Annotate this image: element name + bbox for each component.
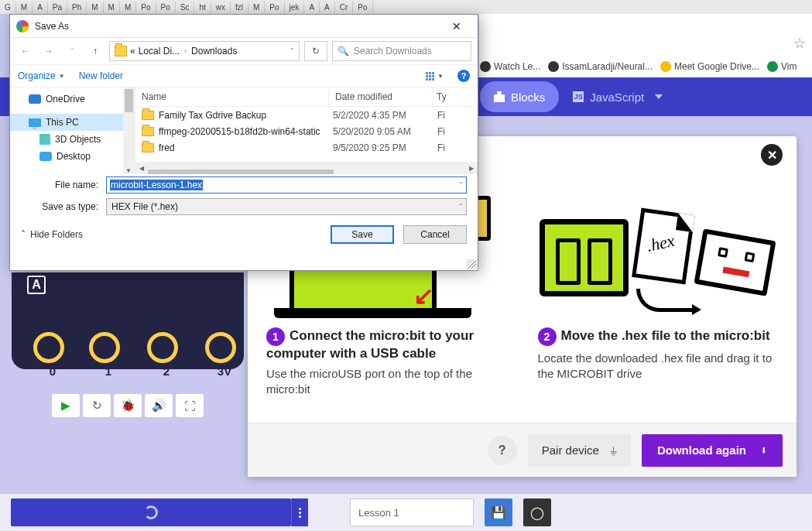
browser-tab[interactable]: M [248, 2, 265, 13]
download-icon: ⬇ [760, 444, 767, 457]
cancel-button[interactable]: Cancel [403, 225, 467, 244]
file-row[interactable]: ffmpeg-20200515-b18fd2b-win64-static 5/2… [135, 123, 478, 139]
browser-tab[interactable]: G [0, 2, 16, 13]
download-button-loading[interactable] [11, 498, 291, 526]
browser-tab[interactable]: Po [265, 2, 284, 13]
view-mode-button[interactable]: ▼ [426, 72, 444, 81]
pin-0[interactable]: 0 [33, 332, 64, 363]
download-menu-button[interactable] [291, 498, 308, 526]
browser-tab[interactable]: Cr [335, 2, 354, 13]
search-input[interactable]: 🔍 Search Downloads [332, 41, 471, 61]
nav-recent-button[interactable]: ˅ [63, 42, 81, 60]
tree-item-3d-objects[interactable]: 3D Objects [10, 131, 135, 148]
chevron-down-icon[interactable]: ˅ [290, 47, 294, 55]
save-as-dialog: Save As ✕ ← → ˅ ↑ « Local Di... › Downlo… [9, 14, 478, 271]
pair-device-button[interactable]: Pair device ⏚ [528, 434, 631, 467]
chevron-right-icon[interactable]: › [184, 47, 187, 55]
browser-tab[interactable]: fzl [231, 2, 248, 13]
help-button[interactable]: ? [488, 436, 517, 465]
savetype-select[interactable]: HEX File (*.hex) ˅ [106, 198, 467, 215]
step-1-title: 1Connect the micro:bit to your computer … [266, 327, 507, 361]
column-type[interactable]: Ty [433, 87, 457, 106]
bookmark-item[interactable]: Meet Google Drive... [660, 61, 759, 72]
simulator-controls: ▶ ↻ 🐞 🔊 ⛶ [12, 394, 244, 417]
scrollbar-thumb[interactable] [125, 89, 133, 112]
download-again-button[interactable]: Download again ⬇ [642, 434, 783, 467]
browser-tab[interactable]: A [320, 2, 335, 13]
breadcrumb-segment[interactable]: Local Di... [139, 46, 180, 57]
scrollbar-thumb[interactable] [148, 170, 334, 174]
chevron-down-icon[interactable]: ˅ [459, 203, 463, 211]
browser-tab[interactable]: Po [353, 2, 372, 13]
github-button[interactable]: ◯ [523, 498, 551, 526]
modal-footer: ? Pair device ⏚ Download again ⬇ [248, 423, 797, 477]
browser-tab[interactable]: Po [156, 2, 176, 13]
fullscreen-button[interactable]: ⛶ [176, 394, 204, 417]
close-icon[interactable]: ✕ [442, 15, 471, 37]
github-icon: ◯ [530, 505, 544, 520]
browser-tab[interactable]: M [120, 2, 136, 13]
tree-scrollbar[interactable]: ▲ ▼ [123, 87, 135, 174]
nav-back-button[interactable]: ← [16, 42, 35, 60]
dialog-toolbar: Organize▼ New folder ▼ ? [10, 64, 478, 87]
hide-folders-toggle[interactable]: ˄ Hide Folders [21, 229, 83, 240]
close-button[interactable]: ✕ [761, 144, 783, 166]
debug-button[interactable]: 🐞 [114, 394, 142, 417]
browser-tab[interactable]: ht [194, 2, 211, 13]
pin-3v[interactable]: 3V [205, 332, 236, 363]
browser-tab[interactable]: Pa [48, 2, 67, 13]
column-date[interactable]: Date modified [329, 87, 433, 106]
breadcrumb-segment[interactable]: Downloads [191, 46, 237, 57]
tree-item-this-pc[interactable]: This PC [10, 114, 135, 131]
file-row[interactable]: fred 9/5/2020 9:25 PM Fi [135, 139, 478, 156]
pin-1[interactable]: 1 [89, 332, 120, 363]
chevron-down-icon[interactable] [655, 94, 663, 99]
breadcrumb[interactable]: « Local Di... › Downloads ˅ [109, 41, 300, 61]
new-folder-button[interactable]: New folder [79, 70, 123, 81]
browser-tab[interactable]: M [87, 2, 103, 13]
list-h-scrollbar[interactable]: ◀ ▶ [135, 162, 478, 174]
tab-blocks[interactable]: Blocks [480, 81, 559, 112]
browser-tab[interactable]: A [304, 2, 320, 13]
project-name-input[interactable]: Lesson 1 [350, 498, 474, 526]
filename-input[interactable]: microbit-Lesson-1.hex ˅ [106, 176, 467, 194]
column-headers[interactable]: Name Date modified Ty [135, 87, 478, 107]
simulator-board[interactable]: A 0 1 2 3V [12, 272, 244, 369]
browser-tab[interactable]: jek [285, 2, 305, 13]
resize-handle[interactable] [467, 259, 476, 269]
save-button[interactable]: 💾 [485, 498, 512, 526]
column-name[interactable]: Name [135, 87, 329, 106]
chrome-icon [16, 20, 29, 33]
tree-item-desktop[interactable]: Desktop [10, 148, 135, 165]
bookmark-item[interactable]: IssamLaradji/Neural... [548, 61, 653, 72]
chevron-down-icon[interactable]: ˅ [459, 181, 463, 189]
bookmark-item[interactable]: Watch Le... [480, 61, 540, 72]
nav-forward-button[interactable]: → [39, 42, 58, 60]
bookmark-star-icon[interactable]: ☆ [793, 35, 806, 52]
tab-javascript[interactable]: JS JavaScript [559, 81, 677, 112]
sound-button[interactable]: 🔊 [145, 394, 173, 417]
browser-tab[interactable]: wx [211, 2, 231, 13]
nav-up-button[interactable]: ↑ [86, 42, 104, 60]
browser-tab[interactable]: Sc [176, 2, 195, 13]
organize-menu[interactable]: Organize▼ [18, 70, 65, 81]
file-row[interactable]: Family Tax Gdrive Backup 5/2/2020 4:35 P… [135, 107, 478, 123]
pin-2[interactable]: 2 [147, 332, 178, 363]
save-button[interactable]: Save [331, 225, 394, 244]
tree-item-onedrive[interactable]: OneDrive [10, 91, 135, 108]
button-a[interactable]: A [27, 276, 46, 294]
dialog-title: Save As [35, 21, 69, 32]
browser-tab[interactable]: M [104, 2, 120, 13]
browser-tab[interactable]: Ph [67, 2, 87, 13]
folder-tree[interactable]: OneDrive This PC 3D Objects Desktop ▲ ▼ [10, 87, 135, 174]
button-label: Download again [657, 444, 746, 457]
browser-tab[interactable]: Po [136, 2, 156, 13]
play-button[interactable]: ▶ [52, 394, 80, 417]
bookmark-item[interactable]: Vim [767, 61, 797, 72]
browser-tab[interactable]: A [33, 2, 48, 13]
browser-tab[interactable]: M [16, 2, 33, 13]
restart-button[interactable]: ↻ [83, 394, 111, 417]
refresh-button[interactable]: ↻ [304, 41, 327, 61]
help-icon[interactable]: ? [457, 70, 470, 82]
dialog-titlebar[interactable]: Save As ✕ [10, 15, 478, 38]
